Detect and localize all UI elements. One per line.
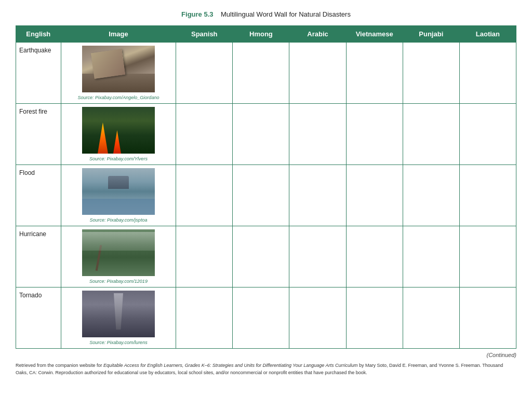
english-term: Hurricane [16,226,61,287]
table-row: TornadoSource: Pixabay.com/lurens [16,287,516,349]
table-header-row: English Image Spanish Hmong Arabic Vietn… [16,26,516,43]
vietnamese-cell [346,287,403,349]
arabic-cell [289,165,346,226]
hmong-cell [233,165,289,226]
punjabi-cell [403,226,459,287]
punjabi-cell [403,43,459,104]
english-term: Tornado [16,287,61,349]
vietnamese-cell [346,104,403,165]
arabic-cell [289,226,346,287]
figure-title-text: Multilingual Word Wall for Natural Disas… [221,10,351,18]
header-spanish: Spanish [176,26,233,43]
disaster-image [82,168,155,215]
arabic-cell [289,287,346,349]
header-english: English [16,26,61,43]
laotian-cell [459,165,516,226]
header-arabic: Arabic [289,26,346,43]
figure-title: Figure 5.3 Multilingual Word Wall for Na… [16,10,516,18]
word-wall-table: English Image Spanish Hmong Arabic Vietn… [16,25,516,349]
spanish-cell [176,287,233,349]
image-source: Source: Pixabay.com/lurens [89,340,147,345]
image-cell: Source: Pixabay.com/jsptoa [61,165,176,226]
disaster-image [82,107,155,154]
header-laotian: Laotian [459,26,516,43]
image-source: Source: Pixabay.com/Angelo_Giordano [77,95,159,100]
laotian-cell [459,226,516,287]
spanish-cell [176,43,233,104]
table-row: HurricaneSource: Pixabay.com/12019 [16,226,516,287]
hmong-cell [233,226,289,287]
footer-text: Retrieved from the companion website for… [16,362,516,376]
header-vietnamese: Vietnamese [346,26,403,43]
disaster-image [82,46,155,92]
spanish-cell [176,226,233,287]
hmong-cell [233,43,289,104]
image-cell: Source: Pixabay.com/12019 [61,226,176,287]
header-hmong: Hmong [233,26,289,43]
punjabi-cell [403,104,459,165]
laotian-cell [459,287,516,349]
image-source: Source: Pixabay.com/Ylvers [89,156,148,161]
laotian-cell [459,43,516,104]
image-source: Source: Pixabay.com/12019 [89,279,148,284]
spanish-cell [176,104,233,165]
image-cell: Source: Pixabay.com/Angelo_Giordano [61,43,176,104]
disaster-image [82,229,155,276]
english-term: Forest fire [16,104,61,165]
english-term: Earthquake [16,43,61,104]
punjabi-cell [403,165,459,226]
table-row: Forest fireSource: Pixabay.com/Ylvers [16,104,516,165]
image-cell: Source: Pixabay.com/lurens [61,287,176,349]
vietnamese-cell [346,165,403,226]
hmong-cell [233,104,289,165]
figure-label: Figure 5.3 [181,10,213,18]
header-image: Image [61,26,176,43]
arabic-cell [289,104,346,165]
laotian-cell [459,104,516,165]
disaster-image [82,291,155,337]
continued-label: (Continued) [16,352,516,358]
table-row: FloodSource: Pixabay.com/jsptoa [16,165,516,226]
header-punjabi: Punjabi [403,26,459,43]
hmong-cell [233,287,289,349]
vietnamese-cell [346,226,403,287]
spanish-cell [176,165,233,226]
english-term: Flood [16,165,61,226]
vietnamese-cell [346,43,403,104]
arabic-cell [289,43,346,104]
image-source: Source: Pixabay.com/jsptoa [90,217,148,223]
punjabi-cell [403,287,459,349]
image-cell: Source: Pixabay.com/Ylvers [61,104,176,165]
table-row: EarthquakeSource: Pixabay.com/Angelo_Gio… [16,43,516,104]
